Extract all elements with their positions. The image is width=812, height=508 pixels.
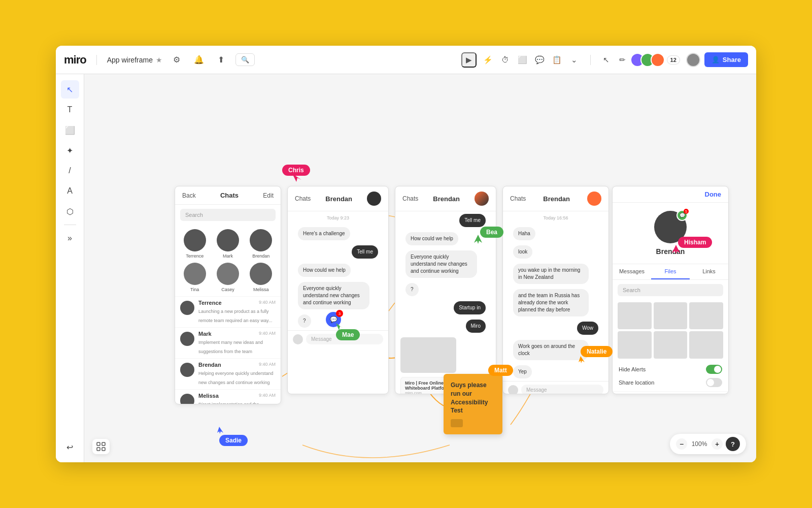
grid-icon — [96, 442, 106, 451]
notes-icon[interactable]: 📋 — [550, 52, 565, 68]
avatar-group: 12 — [634, 53, 680, 67]
file-thumb-5 — [654, 331, 688, 358]
msg-haha: Haha — [503, 225, 608, 243]
tab-links[interactable]: Links — [690, 264, 728, 279]
msg-everyone-3: Everyone quickly understand new changes … — [395, 248, 496, 280]
avatar-tina: Tina — [180, 263, 209, 292]
msg-new-zealand: you wake up in the morning in New Zealan… — [503, 261, 608, 287]
file-thumb-6 — [689, 331, 723, 358]
msg-russia: and the team in Russia has already done … — [503, 287, 608, 319]
avatar-melissa: Melissa — [247, 263, 276, 292]
avatar-tina-img — [184, 263, 206, 285]
panel4-header: Chats Brendan — [503, 186, 608, 211]
settings-button[interactable]: ⚙ — [168, 52, 185, 68]
undo-tool[interactable]: ↩ — [61, 438, 79, 456]
chat-item-melissa[interactable]: Melissa 9:40 AM Direct implementation an… — [175, 389, 281, 404]
header: miro App wireframe ★ ⚙ 🔔 ⬆ 🔍 ▶ ⚡ ⏱ ⬜ 💬 📋… — [56, 46, 756, 74]
panel5-chat-preview[interactable]: Brendan, Terrence 9:40 AM Helping everyo… — [613, 391, 728, 394]
msg-tell-me-3: Tell me — [395, 211, 496, 230]
panel2-input-icon — [293, 334, 303, 344]
svg-rect-0 — [97, 442, 100, 446]
sticky-note[interactable]: Guys please run our Accessibility Test — [444, 374, 502, 434]
frame-tool[interactable]: ⬡ — [61, 202, 79, 220]
current-user-avatar[interactable] — [686, 53, 700, 67]
frame-icon[interactable]: ⬜ — [515, 52, 530, 68]
cursor-arrow-chris — [292, 174, 302, 184]
panel3-back[interactable]: Chats — [402, 195, 418, 202]
sticky-note-text: Guys please run our Accessibility Test — [451, 381, 495, 415]
panel4-back[interactable]: Chats — [510, 195, 526, 202]
chat-item-brendan[interactable]: Brendan 9:40 AM Helping everyone quickly… — [175, 358, 281, 389]
more-tools[interactable]: » — [61, 229, 79, 247]
notifications-button[interactable]: 🔔 — [191, 52, 207, 68]
chat-info-terrence: Terrence 9:40 AM Launching a new product… — [198, 300, 276, 324]
share-location-toggle[interactable] — [706, 378, 722, 387]
pointer-tool[interactable]: ↖ — [599, 52, 614, 68]
pen-tool[interactable]: / — [61, 162, 79, 180]
cursor-arrow-natalie — [579, 356, 586, 364]
sticky-tool[interactable]: ⬜ — [61, 121, 79, 139]
more-icon[interactable]: ⌄ — [567, 52, 582, 68]
panel4-message-input[interactable]: Message — [521, 385, 603, 394]
panel1-search[interactable]: Search — [180, 209, 276, 221]
avatar-melissa-img — [250, 263, 272, 285]
canvas[interactable]: Back Chats Edit Search Terrence Mark — [84, 74, 756, 462]
avatar-count: 12 — [667, 55, 680, 65]
sidebar-bottom: ↩ — [61, 438, 79, 456]
chat-item-terrence[interactable]: Terrence 9:40 AM Launching a new product… — [175, 296, 281, 327]
panel1-back[interactable]: Back — [182, 192, 196, 199]
panel2-header: Chats Brendan — [288, 186, 388, 211]
app-container: miro App wireframe ★ ⚙ 🔔 ⬆ 🔍 ▶ ⚡ ⏱ ⬜ 💬 📋… — [56, 46, 756, 462]
project-title: App wireframe ★ — [107, 56, 162, 64]
text-tool[interactable]: T — [61, 101, 79, 119]
help-button[interactable]: ? — [726, 437, 740, 451]
panel2-back[interactable]: Chats — [295, 195, 311, 202]
file-thumb-4 — [618, 331, 652, 358]
profile-search[interactable]: Search — [618, 284, 723, 296]
tab-files[interactable]: Files — [651, 264, 690, 279]
avatar-terrence-img — [184, 229, 206, 251]
hide-alerts-row: Hide Alerts — [619, 365, 722, 374]
hide-alerts-toggle[interactable] — [706, 365, 722, 374]
header-right: ▶ ⚡ ⏱ ⬜ 💬 📋 ⌄ ↖ ✏ 12 👤 — [461, 52, 748, 68]
panel1-edit[interactable]: Edit — [263, 192, 274, 199]
hide-alerts-label: Hide Alerts — [619, 366, 646, 372]
panel-brendan-profile: Done 💬5 Brendan Messages Files Links Sea… — [612, 186, 729, 394]
svg-rect-2 — [97, 448, 100, 451]
star-icon[interactable]: ★ — [156, 56, 162, 64]
comment-icon[interactable]: 💬 — [532, 52, 548, 68]
share-button[interactable]: 👤 Share — [704, 52, 748, 67]
upload-button[interactable]: ⬆ — [213, 52, 229, 68]
media-thumb — [400, 337, 456, 373]
zoom-bar: − 100% + ? — [670, 434, 746, 454]
profile-badge: 💬5 — [676, 210, 688, 221]
zoom-in-button[interactable]: + — [712, 438, 723, 450]
timer-icon[interactable]: ⏱ — [498, 52, 513, 68]
shape-tool[interactable]: ✦ — [61, 141, 79, 160]
profile-header: 💬5 Brendan — [613, 203, 728, 264]
chat-item-mark[interactable]: Mark 9:40 AM Implement many new ideas an… — [175, 327, 281, 358]
avatar-casey-img — [217, 263, 239, 285]
panel1-title: Chats — [196, 192, 263, 199]
chat-info-brendan: Brendan 9:40 AM Helping everyone quickly… — [198, 362, 276, 386]
zoom-out-button[interactable]: − — [676, 438, 687, 450]
tab-messages[interactable]: Messages — [613, 264, 651, 279]
chat-info-melissa: Melissa 9:40 AM Direct implementation an… — [198, 393, 276, 404]
cursor-label-natalie: Natalie — [581, 346, 613, 357]
main-area: ↖ T ⬜ ✦ / A ⬡ » ↩ — [56, 74, 756, 462]
cursor-arrow-hisham — [672, 245, 680, 255]
logo: miro — [64, 53, 86, 67]
grid-toggle-button[interactable] — [92, 439, 110, 454]
pen-tool[interactable]: ✏ — [615, 52, 630, 68]
connector-tool[interactable]: A — [61, 182, 79, 200]
panel4-avatar — [587, 192, 601, 206]
avatar-brendan-img — [250, 229, 272, 251]
lightning-icon[interactable]: ⚡ — [481, 52, 496, 68]
panel1-header: Back Chats Edit — [175, 186, 281, 205]
select-tool[interactable]: ↖ — [61, 80, 79, 99]
search-bar[interactable]: 🔍 — [235, 53, 255, 66]
notification-dot: 5 — [684, 209, 689, 214]
toolbar-forward-btn[interactable]: ▶ — [461, 52, 477, 68]
msg-look: look — [503, 243, 608, 261]
panel5-done-btn[interactable]: Done — [705, 190, 722, 198]
